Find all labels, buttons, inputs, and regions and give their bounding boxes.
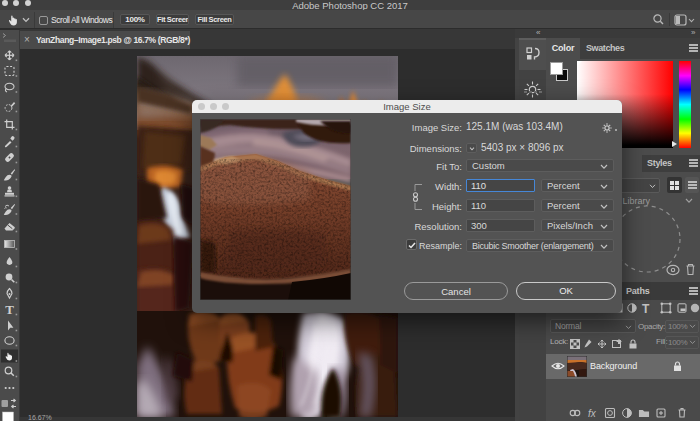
svg-text:T: T: [5, 302, 14, 317]
svg-text:T: T: [642, 302, 650, 316]
svg-text:fx: fx: [588, 408, 597, 419]
